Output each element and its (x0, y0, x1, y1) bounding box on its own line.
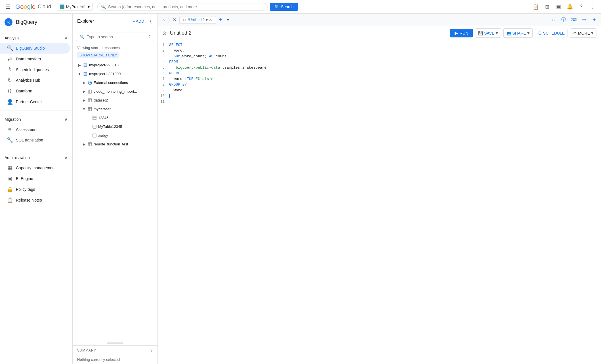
run-button[interactable]: ▶ RUN (450, 29, 473, 37)
search-input[interactable] (108, 5, 264, 9)
icon-asdgy (92, 133, 97, 138)
more-dataset2[interactable]: ⋮ (151, 98, 155, 103)
sidebar-item-sql-translation[interactable]: 🔧 SQL translation (0, 135, 70, 145)
migration-label: Migration (5, 117, 21, 122)
more-remote-function-test[interactable]: ⋮ (151, 141, 155, 147)
save-button[interactable]: 💾 SAVE ▾ (475, 28, 501, 38)
bigquery-studio-label: BigQuery Studio (16, 46, 45, 50)
query-toolbar: ⊙ Untitled 2 ▶ RUN 💾 SAVE ▾ 👥 SHARE ▾ ⏱ … (158, 26, 601, 40)
chevron-cloud-monitoring: ▶ (82, 89, 86, 94)
tab-more-button[interactable]: ▾ (225, 16, 231, 23)
label-remote-function-test: remote_function_test (94, 142, 146, 146)
administration-section-header[interactable]: Administration ∧ (0, 153, 72, 162)
sidebar-item-partner-center[interactable]: 👤 Partner Center (0, 96, 70, 107)
summary-label: SUMMARY (77, 348, 96, 352)
project-selector[interactable]: MyProject1 ▾ (57, 3, 93, 10)
icon-external-connections (87, 80, 93, 85)
collapse-button[interactable]: ⟨ (149, 17, 153, 26)
sidebar-item-data-transfers[interactable]: ⇄ Data transfers (0, 54, 70, 64)
migration-section-header[interactable]: Migration ∧ (0, 114, 72, 124)
star-myproject1-381000[interactable]: ★ (146, 72, 150, 76)
sidebar-item-assessment[interactable]: ≡ Assessment (0, 124, 70, 135)
schedule-button[interactable]: ⏱ SCHEDULE (535, 29, 568, 37)
star-remote-function-test[interactable]: ☆ (146, 142, 150, 147)
label-mytable12345: MyTable12345 (98, 124, 146, 129)
star-cloud-monitoring[interactable]: ☆ (146, 89, 150, 94)
tree-item-mytable12345[interactable]: MyTable12345 ☆ ⋮ (73, 122, 157, 131)
sidebar-item-analytics-hub[interactable]: ↻ Analytics Hub (0, 75, 70, 86)
more-12345[interactable]: ⋮ (151, 115, 155, 120)
close-tab-button[interactable]: ✕ (171, 16, 179, 24)
more-cloud-monitoring[interactable]: ⋮ (151, 89, 155, 94)
apps-icon[interactable]: ⊞ (542, 2, 552, 12)
sidebar-item-policy-tags[interactable]: 🔒 Policy tags (0, 184, 70, 195)
menu-icon[interactable]: ☰ (3, 1, 13, 12)
search-bar: 🔍 (97, 3, 268, 10)
notifications-icon[interactable]: 🔔 (565, 2, 575, 12)
sidebar-item-capacity-management[interactable]: ▦ Capacity management (0, 162, 70, 173)
explorer-search-help-icon[interactable]: ? (148, 35, 150, 39)
explorer-search-input[interactable] (87, 35, 146, 39)
star-12345[interactable]: ☆ (146, 116, 150, 120)
star-asdgy[interactable]: ☆ (146, 133, 150, 138)
show-starred-button[interactable]: SHOW STARRED ONLY (73, 51, 157, 61)
share-button[interactable]: 👥 SHARE ▾ (503, 28, 533, 38)
label-external-connections: External connections (94, 81, 151, 85)
chevron-external-connections: ▶ (82, 81, 86, 85)
assistant-tab-icon[interactable]: ✦ (590, 15, 599, 24)
sidebar-item-release-notes[interactable]: 📋 Release Notes (0, 195, 70, 206)
more-icon[interactable]: ⋮ (587, 2, 598, 12)
more-external-connections[interactable]: ⋮ (151, 80, 155, 85)
tab-dropdown-icon[interactable]: ▾ (206, 18, 208, 22)
tree-item-mydataset[interactable]: ▼ mydataset ☆ ⋮ (73, 105, 157, 113)
more-mytable12345[interactable]: ⋮ (151, 124, 155, 129)
summary-bar[interactable]: SUMMARY ∨ (73, 345, 157, 355)
star-myproject-295313[interactable]: ★ (146, 63, 150, 67)
label-asdgy: asdgy (98, 133, 146, 137)
label-cloud-monitoring: cloud_monitoring_import... (94, 89, 146, 94)
help-icon[interactable]: ? (576, 2, 586, 12)
tree-item-dataset2[interactable]: ▶ dataset2 ☆ ⋮ (73, 96, 157, 105)
sidebar-item-bigquery-studio[interactable]: 🔍 BigQuery Studio (0, 43, 70, 54)
console-icon[interactable]: 📋 (531, 2, 541, 12)
code-line-7: 7 word LIKE "%raisin" (158, 77, 601, 82)
more-options-button[interactable]: ⚙ MORE ▾ (570, 28, 596, 38)
more-mydataset[interactable]: ⋮ (151, 106, 155, 112)
tree-item-remote-function-test[interactable]: ▶ remote_function_test ☆ ⋮ (73, 140, 157, 149)
icon-remote-function-test (87, 142, 93, 147)
star-mytable12345[interactable]: ☆ (146, 124, 150, 129)
tree-item-myproject1-381000[interactable]: ▼ myproject1-381000 ★ ⋮ (73, 69, 157, 78)
project-icon-381000 (83, 71, 88, 77)
add-button[interactable]: + ADD (130, 18, 146, 25)
assessment-icon: ≡ (7, 126, 12, 132)
sidebar-item-bi-engine[interactable]: ▣ BI Engine (0, 173, 70, 184)
dataform-icon: ⟨⟩ (7, 88, 12, 94)
code-editor[interactable]: 1SELECT2 word,3 SUM(word_count) AS count… (158, 40, 601, 364)
tree-item-external-connections[interactable]: ▶ External connections ⋮ (73, 78, 157, 87)
home-tab-icon[interactable]: ⌂ (549, 15, 558, 24)
star-dataset2[interactable]: ☆ (146, 98, 150, 103)
line-number-8: 8 (158, 82, 169, 87)
sidebar-item-scheduled-queries[interactable]: ⏱ Scheduled queries (0, 64, 70, 75)
edit-tab-icon[interactable]: ✏ (579, 15, 589, 24)
tree-item-asdgy[interactable]: asdgy ☆ ⋮ (73, 131, 157, 140)
tree-item-cloud-monitoring[interactable]: ▶ cloud_monitoring_import... ☆ ⋮ (73, 87, 157, 96)
tree-item-12345[interactable]: 12345 ☆ ⋮ (73, 113, 157, 122)
tab-close-button[interactable]: ✕ (209, 18, 212, 22)
info-tab-icon[interactable]: ⓘ (559, 15, 568, 24)
new-tab-button[interactable]: + (217, 16, 224, 24)
search-button[interactable]: 🔍 Search (270, 3, 298, 11)
more-myproject-295313[interactable]: ⋮ (151, 62, 155, 68)
explorer-header: Explorer + ADD ⟨ (73, 14, 157, 29)
tab-untitled-2[interactable]: ⊙ *Untitled 2 ▾ ✕ (179, 16, 216, 24)
more-asdgy[interactable]: ⋮ (151, 133, 155, 138)
sidebar-item-dataform[interactable]: ⟨⟩ Dataform (0, 86, 70, 96)
tree-item-myproject-295313[interactable]: ▶ myproject-295313 ★ ⋮ (73, 61, 157, 69)
more-myproject1-381000[interactable]: ⋮ (151, 71, 155, 77)
cloud-icon[interactable]: ▣ (553, 2, 564, 12)
star-mydataset[interactable]: ☆ (146, 107, 150, 111)
keyboard-tab-icon[interactable]: ⌨ (569, 15, 578, 24)
analysis-section-header[interactable]: Analysis ∧ (0, 33, 72, 43)
tab-home-button[interactable]: ⌂ (160, 16, 167, 23)
chevron-dataset2: ▶ (82, 98, 86, 103)
